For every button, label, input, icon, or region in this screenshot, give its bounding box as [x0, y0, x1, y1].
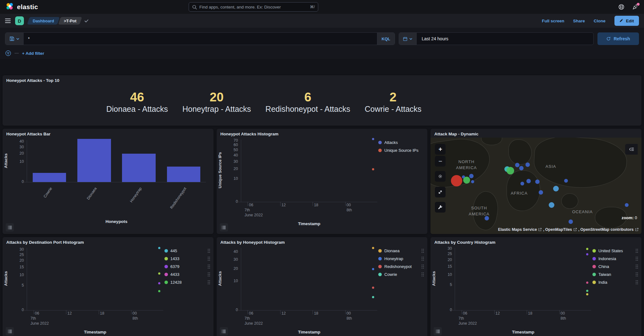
legend-toggle-icon[interactable] — [220, 327, 228, 335]
legend-item-cowrie[interactable]: Cowrie — [378, 272, 424, 277]
legend-item-dionaea[interactable]: Dionaea — [378, 248, 424, 253]
edit-button[interactable]: Edit — [614, 16, 639, 26]
x-date-end-day: 8th — [347, 316, 352, 321]
legend-item-redishoneypot[interactable]: Redishoneypot — [378, 264, 424, 269]
legend-item-honeytrap[interactable]: Honeytrap — [378, 256, 424, 261]
legend-actions-icon[interactable] — [208, 264, 210, 269]
legend-item-united-states[interactable]: United States — [592, 248, 638, 253]
map-expand-icon[interactable] — [435, 187, 446, 197]
attack-map-dot — [463, 177, 470, 184]
attribution-link[interactable]: Elastic Maps Service — [498, 227, 537, 232]
legend-actions-icon[interactable] — [636, 264, 638, 269]
attribution-link[interactable]: OpenMapTiles — [545, 227, 572, 232]
legend-label: China — [598, 264, 609, 269]
map-region-label: AFRICA — [511, 191, 528, 197]
news-feed-icon[interactable] — [632, 4, 638, 10]
x-date-start-month: June 2022 — [244, 321, 263, 326]
legend-item-taiwan[interactable]: Taiwan — [592, 272, 638, 277]
attack-map-dot — [520, 182, 524, 185]
share-button[interactable]: Share — [573, 19, 585, 23]
legend-actions-icon[interactable] — [421, 248, 424, 253]
map-tools-icon[interactable] — [435, 202, 446, 213]
time-range-value[interactable]: Last 24 hours — [417, 36, 448, 41]
legend-toggle-icon[interactable] — [220, 223, 228, 231]
legend-color-dot — [378, 249, 382, 253]
legend-item-indonesia[interactable]: Indonesia — [592, 256, 638, 261]
legend-item-4433[interactable]: 4433 — [164, 272, 210, 277]
date-quick-menu-button[interactable] — [399, 33, 417, 45]
legend-item-india[interactable]: India — [592, 280, 638, 285]
saved-query-menu-button[interactable] — [5, 33, 24, 45]
legend-color-dot — [164, 281, 168, 284]
legend-item-6379[interactable]: 6379 — [164, 264, 210, 269]
clone-button[interactable]: Clone — [594, 19, 606, 23]
scatter-point-united-states — [586, 248, 588, 250]
legend-item-china[interactable]: China — [592, 264, 638, 269]
elastic-brand[interactable]: elastic — [6, 2, 38, 12]
legend-item-1433[interactable]: 1433 — [164, 256, 210, 261]
x-date-end-day: 8th — [561, 316, 566, 321]
y-tick-label: 0 — [439, 308, 452, 312]
x-tick-label: 12 — [281, 311, 286, 316]
map-zoom-level: zoom: 0 — [622, 215, 637, 220]
map-zoom-out-button[interactable]: − — [435, 156, 446, 167]
legend-toggle-icon[interactable] — [434, 327, 442, 335]
legend-item-12428[interactable]: 12428 — [164, 280, 210, 285]
map-legend-collapse-icon[interactable] — [625, 144, 638, 155]
legend-item-445[interactable]: 445 — [164, 248, 210, 253]
space-avatar[interactable]: D — [15, 16, 24, 25]
map-fit-data-button[interactable] — [435, 171, 446, 182]
legend-item-attacks[interactable]: Attacks — [378, 140, 424, 145]
legend-toggle-icon[interactable] — [6, 223, 14, 231]
attack-map-dot — [535, 179, 540, 184]
world-map[interactable]: + − zoom: 0 Elastic Maps Service,OpenMap… — [430, 138, 641, 234]
landmass — [481, 138, 502, 145]
notification-dot — [637, 3, 640, 6]
legend-actions-icon[interactable] — [636, 248, 638, 253]
y-tick-label: 10 — [439, 272, 452, 277]
filter-icon[interactable] — [5, 50, 11, 56]
y-tick-label: 5 — [439, 282, 452, 287]
scatter-point-attacks — [372, 138, 374, 140]
query-text[interactable]: * — [24, 36, 377, 41]
kql-language-button[interactable]: KQL — [377, 33, 395, 45]
x-category-label: Dionaea — [71, 186, 98, 223]
y-tick-label: 40 — [11, 139, 24, 144]
add-filter-button[interactable]: + Add filter — [22, 51, 44, 56]
legend-actions-icon[interactable] — [636, 280, 638, 285]
kql-query-input[interactable]: * KQL — [5, 32, 395, 45]
legend-actions-icon[interactable] — [636, 256, 638, 261]
legend-actions-icon[interactable] — [208, 256, 210, 261]
breadcrumb-dashboard[interactable]: Dashboard — [28, 17, 58, 25]
legend-actions-icon[interactable] — [636, 272, 638, 277]
legend-actions-icon[interactable] — [208, 248, 210, 253]
x-tick-mark — [280, 310, 280, 314]
legend-item-unique-source-ips[interactable]: Unique Source IPs — [378, 148, 424, 153]
legend-actions-icon[interactable] — [421, 264, 424, 269]
attack-map-dot — [515, 163, 519, 167]
filter-bar: + Add filter — [0, 48, 644, 59]
attack-map-dot — [526, 179, 531, 183]
global-search-input[interactable]: Find apps, content, and more. Ex: Discov… — [189, 2, 318, 12]
external-link-icon[interactable] — [573, 228, 577, 231]
external-link-icon[interactable] — [635, 228, 639, 231]
x-category-label: Cowrie — [26, 186, 53, 223]
refresh-button[interactable]: Refresh — [597, 32, 639, 45]
attribution-link[interactable]: OpenStreetMap contributors — [580, 227, 634, 232]
x-axis-title: Timestamp — [84, 330, 106, 334]
external-link-icon[interactable] — [538, 228, 542, 231]
legend-actions-icon[interactable] — [208, 272, 210, 277]
date-picker[interactable]: Last 24 hours — [399, 32, 594, 45]
legend-toggle-icon[interactable] — [6, 327, 14, 335]
legend-actions-icon[interactable] — [421, 256, 424, 261]
legend-actions-icon[interactable] — [421, 272, 424, 277]
legend-actions-icon[interactable] — [208, 280, 210, 285]
help-icon[interactable] — [618, 4, 625, 10]
menu-icon[interactable] — [5, 19, 11, 23]
y-tick-label: 0 — [225, 199, 238, 204]
x-date-end-day: 8th — [132, 316, 138, 321]
full-screen-button[interactable]: Full screen — [542, 19, 564, 23]
metric-value: 6 — [265, 90, 350, 104]
breadcrumb-tpot[interactable]: >T-Pot — [59, 17, 81, 25]
map-zoom-in-button[interactable]: + — [435, 144, 446, 155]
